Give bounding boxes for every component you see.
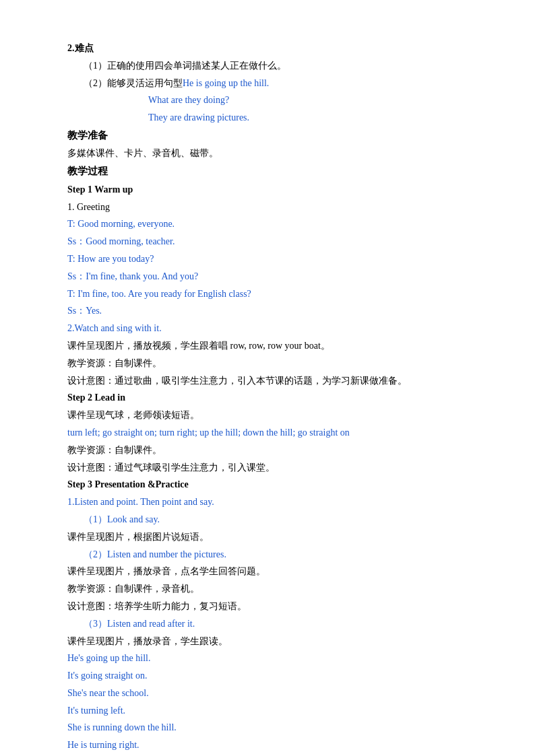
hes-going-line: He's going up the hill. [67,650,481,666]
ss2-text: Ss：I'm fine, thank you. And you? [67,271,198,281]
step2-title: Step 2 Lead in [67,390,481,406]
watch-label: 2.Watch and sing with it. [67,320,481,337]
blue-phrases: turn left; go straight on; turn right; u… [67,427,350,438]
line2-blue: He is going up the hill. [183,78,269,88]
step1-title: Step 1 Warm up [67,182,481,198]
ss1-line: Ss：Good morning, teacher. [67,234,481,250]
step3-label: Step 3 Presentation &Practice [67,479,189,489]
document-content: 2.难点 （1）正确的使用四会单词描述某人正在做什么。 （2）能够灵活运用句型H… [67,40,481,756]
she2-line: 设计意图：通过气球吸引学生注意力，引入课堂。 [67,460,481,476]
t1-text: T: Good morning, everyone. [67,219,175,229]
zhunbei-content: 多媒体课件、卡片、录音机、磁带。 [67,145,481,162]
ke1-line: 课件呈现图片，播放视频，学生跟着唱 row, row, row your boa… [67,338,481,354]
he-turning-text: He is turning right. [67,740,139,750]
line2: （2）能够灵活运用句型He is going up the hill. [84,75,481,92]
line1: （1）正确的使用四会单词描述某人正在做什么。 [84,58,481,74]
blue-phrases-line: turn left; go straight on; turn right; u… [67,425,481,441]
t3-text: T: I'm fine, too. Are you ready for Engl… [67,289,251,299]
listen-point-line: 1.Listen and point. Then point and say. [67,494,481,510]
she-running-text: She is running down the hill. [67,722,177,732]
step2-label: Step 2 Lead in [67,392,125,403]
line3-blue: What are they doing? [148,95,229,105]
jiao3-line: 教学资源：自制课件，录音机。 [67,581,481,597]
t3-line: T: I'm fine, too. Are you ready for Engl… [67,286,481,302]
hes-going-text: He's going up the hill. [67,653,150,663]
ss1-text: Ss：Good morning, teacher. [67,236,175,246]
ss2-line: Ss：I'm fine, thank you. And you? [67,269,481,285]
jiao1-line: 教学资源：自制课件。 [67,355,481,372]
jiaoxue-guocheng-title: 教学过程 [67,163,481,180]
jiao2-line: 教学资源：自制课件。 [67,442,481,458]
line2-prefix: （2）能够灵活运用句型 [84,78,183,88]
ke4-line: 课件呈现图片，播放录音，点名学生回答问题。 [67,563,481,580]
listen-num-line: （2）Listen and number the pictures. [84,547,481,563]
t2-line: T: How are you today? [67,251,481,267]
t1-line: T: Good morning, everyone. [67,216,481,232]
look-say-line: （1）Look and say. [84,512,481,528]
ke5-line: 课件呈现图片，播放录音，学生跟读。 [67,633,481,650]
step1-label: Step 1 Warm up [67,184,133,195]
ss3-line: Ss：Yes. [67,303,481,319]
she1-line: 设计意图：通过歌曲，吸引学生注意力，引入本节课的话题，为学习新课做准备。 [67,373,481,389]
ss3-text: Ss：Yes. [67,306,102,316]
line4: They are drawing pictures. [148,110,481,126]
watch-text: 2.Watch and sing with it. [67,323,162,333]
its-going-line: It's going straight on. [67,668,481,684]
look-say-text: （1）Look and say. [84,514,160,524]
its-turning-text: It's turning left. [67,706,125,716]
line3: What are they doing? [148,92,481,108]
shes-near-line: She's near the school. [67,685,481,701]
she3-line: 设计意图：培养学生听力能力，复习短语。 [67,598,481,615]
she-running-line: She is running down the hill. [67,720,481,736]
greeting-label: 1. Greeting [67,199,481,215]
t2-text: T: How are you today? [67,254,154,264]
listen-point-text: 1.Listen and point. Then point and say. [67,497,214,507]
jiaoxue-zhunbei-title: 教学准备 [67,127,481,145]
listen-read-text: （3）Listen and read after it. [84,619,195,629]
listen-num-text: （2）Listen and number the pictures. [84,549,226,559]
section2-title: 2.难点 [67,40,481,57]
its-going-text: It's going straight on. [67,671,147,681]
line4-blue: They are drawing pictures. [148,112,249,123]
shes-near-text: She's near the school. [67,688,149,698]
its-turning-line: It's turning left. [67,703,481,719]
ke3-line: 课件呈现图片，根据图片说短语。 [67,529,481,545]
he-turning-line: He is turning right. [67,737,481,753]
step3-title: Step 3 Presentation &Practice [67,477,481,493]
listen-read-line: （3）Listen and read after it. [84,616,481,632]
ke2-line: 课件呈现气球，老师领读短语。 [67,407,481,423]
